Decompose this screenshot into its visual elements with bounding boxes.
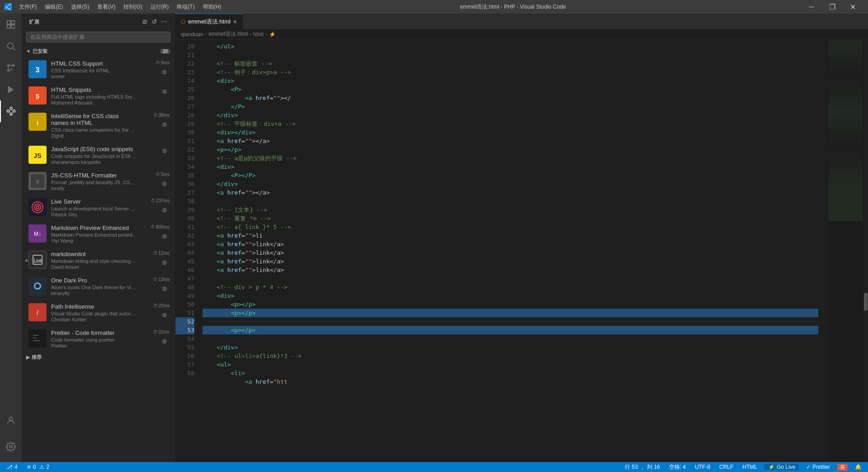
extension-info-js-snippets: JavaScript (ES6) code snippets Code snip… bbox=[51, 146, 138, 165]
right-scrollbar[interactable] bbox=[863, 39, 868, 462]
ext-gear-btn[interactable]: ⚙ bbox=[160, 119, 170, 129]
extension-icon-formatter: {} bbox=[28, 172, 47, 190]
line-col-text: 行 53 bbox=[625, 463, 638, 471]
menu-select[interactable]: 选择(S) bbox=[67, 2, 93, 12]
ext-desc: Code snippets for JavaScript in ES6 synt… bbox=[51, 153, 138, 159]
filter-icon[interactable]: ⊘ bbox=[142, 18, 148, 25]
language-text: HTML bbox=[742, 464, 757, 470]
installed-section-header[interactable]: ▼ 已安装 20 bbox=[22, 46, 175, 57]
extension-item-html-css-support[interactable]: 3 HTML CSS Support CSS Intellisense for … bbox=[22, 57, 175, 83]
menu-view[interactable]: 查看(V) bbox=[94, 2, 119, 12]
status-encoding[interactable]: UTF-8 bbox=[693, 464, 712, 470]
status-notifications[interactable]: 🔔 bbox=[853, 464, 863, 470]
status-prettier[interactable]: ✓ Prettier bbox=[804, 464, 832, 470]
ext-actions: ⏱32ms ⚙ bbox=[138, 329, 170, 346]
activity-account[interactable] bbox=[0, 410, 22, 431]
svg-text:Lint: Lint bbox=[33, 258, 42, 263]
close-button[interactable]: ✕ bbox=[843, 0, 863, 14]
activity-source-control[interactable] bbox=[0, 57, 22, 79]
tab-label: emmet语法.html bbox=[188, 18, 231, 26]
extension-item-live-server[interactable]: Live Server Launch a development local S… bbox=[22, 195, 175, 221]
ext-name: Path Intellisense bbox=[51, 303, 138, 310]
svg-rect-30 bbox=[28, 198, 47, 216]
extension-item-html-snippets[interactable]: 5 HTML Snippets Full HTML tags including… bbox=[22, 83, 175, 109]
svg-point-6 bbox=[8, 65, 9, 67]
menu-terminal[interactable]: 终端(T) bbox=[173, 2, 198, 12]
line-numbers: 2021222324 2526272829 3031323334 3536373… bbox=[175, 39, 198, 462]
editor-content: 2021222324 2526272829 3031323334 3536373… bbox=[175, 39, 868, 462]
menu-goto[interactable]: 转到(G) bbox=[120, 2, 146, 12]
activity-run[interactable] bbox=[0, 79, 22, 100]
ext-name: markdownlint bbox=[51, 251, 138, 257]
ext-gear-btn[interactable]: ⚙ bbox=[160, 231, 170, 241]
encoding-text: UTF-8 bbox=[695, 464, 710, 470]
extension-info-html-css-support: HTML CSS Support CSS Intellisense for HT… bbox=[51, 60, 138, 79]
extension-item-path-intellisense[interactable]: / Path Intellisense Visual Studio Code p… bbox=[22, 300, 175, 326]
ext-author: ecmel bbox=[51, 74, 138, 79]
status-ime[interactable]: 英 bbox=[837, 464, 848, 471]
extension-item-prettier[interactable]: ━━━━━━━━━ Prettier - Code formatter Code… bbox=[22, 326, 175, 352]
minimap bbox=[827, 39, 863, 462]
tab-close-btn[interactable]: × bbox=[233, 18, 237, 25]
menu-edit[interactable]: 编辑(E) bbox=[41, 2, 66, 12]
ext-gear-btn[interactable]: ⚙ bbox=[160, 146, 170, 156]
extension-item-markdownlint[interactable]: ★ Lint markdownlint Markdown linting and… bbox=[22, 247, 175, 273]
menu-run[interactable]: 运行(R) bbox=[147, 2, 173, 12]
editor-scrollbar[interactable] bbox=[823, 39, 827, 462]
activity-search[interactable] bbox=[0, 35, 22, 57]
more-actions-icon[interactable]: ··· bbox=[161, 18, 168, 25]
status-line-ending[interactable]: CRLF bbox=[717, 464, 735, 470]
ime-text: 英 bbox=[840, 464, 845, 471]
ext-author: Mohamed Abusaid bbox=[51, 100, 138, 105]
breadcrumb-symbol[interactable]: ⚡ bbox=[269, 31, 276, 38]
tab-emmet[interactable]: ⬡ emmet语法.html × bbox=[175, 14, 243, 29]
svg-text:━━━━: ━━━━ bbox=[33, 339, 40, 342]
activity-settings[interactable] bbox=[0, 436, 22, 458]
breadcrumb-file[interactable]: emmet语法.html bbox=[208, 30, 248, 38]
ext-gear-btn[interactable]: ⚙ bbox=[160, 179, 170, 189]
extension-item-markdown-preview[interactable]: M↓ Markdown Preview Enhanced Markdown Pr… bbox=[22, 221, 175, 247]
ext-actions: ⏱20ms ⚙ bbox=[138, 303, 170, 320]
status-errors[interactable]: ✕ 0 ⚠ 2 bbox=[25, 464, 51, 470]
activity-explorer[interactable] bbox=[0, 14, 22, 35]
ext-gear-btn[interactable]: ⚙ bbox=[160, 257, 170, 267]
maximize-button[interactable]: ❐ bbox=[822, 0, 843, 14]
breadcrumb-workspace[interactable]: qianduan bbox=[181, 31, 203, 38]
extensions-search-input[interactable] bbox=[26, 32, 170, 43]
recommended-section-header[interactable]: ▶ 推荐 bbox=[22, 352, 175, 362]
extension-info-one-dark-pro: One Dark Pro Atom's iconic One Dark them… bbox=[51, 277, 138, 296]
breadcrumb-section[interactable]: html bbox=[253, 31, 264, 38]
ext-actions: ⏱800ms ⚙ bbox=[138, 224, 170, 241]
refresh-icon[interactable]: ↺ bbox=[151, 18, 157, 25]
activity-extensions[interactable] bbox=[0, 100, 22, 122]
status-go-live[interactable]: ⚡ Go Live bbox=[764, 464, 799, 470]
extension-item-intellisense-css[interactable]: i IntelliSense for CSS class names in HT… bbox=[22, 109, 175, 142]
status-spaces[interactable]: 空格: 4 bbox=[667, 463, 688, 471]
status-branch[interactable]: ⎇ 4 bbox=[5, 464, 19, 470]
code-editor[interactable]: </ul> <!-- 标签嵌套 --> <!-- 例子：div>p>a --> … bbox=[198, 39, 823, 462]
menu-help[interactable]: 帮助(H) bbox=[199, 2, 225, 12]
extension-item-js-snippets[interactable]: JS JavaScript (ES6) code snippets Code s… bbox=[22, 142, 175, 168]
go-live-text: Go Live bbox=[777, 464, 795, 470]
status-line-col[interactable]: 行 53，列 16 bbox=[623, 463, 661, 471]
ext-gear-btn[interactable]: ⚙ bbox=[160, 67, 170, 77]
ext-gear-btn[interactable]: ⚙ bbox=[160, 336, 170, 346]
ext-author: binaryify bbox=[51, 291, 138, 296]
ext-name: HTML Snippets bbox=[51, 86, 138, 93]
minimize-button[interactable]: ─ bbox=[801, 0, 822, 14]
ext-gear-btn[interactable]: ⚙ bbox=[160, 284, 170, 294]
extension-item-one-dark-pro[interactable]: One Dark Pro Atom's iconic One Dark them… bbox=[22, 273, 175, 300]
ext-gear-btn[interactable]: ⚙ bbox=[160, 205, 170, 215]
svg-marker-9 bbox=[8, 86, 14, 94]
sidebar-header-actions: ⊘ ↺ ··· bbox=[142, 18, 168, 25]
extension-icon-one-dark-pro bbox=[28, 277, 47, 295]
menu-file[interactable]: 文件(F) bbox=[15, 2, 40, 12]
extension-item-formatter[interactable]: {} JS-CSS-HTML Formatter Format ,prettif… bbox=[22, 168, 175, 195]
ext-gear-btn[interactable]: ⚙ bbox=[160, 86, 170, 96]
ext-actions: ⏱13ms ⚙ bbox=[138, 277, 170, 294]
installed-label: 已安装 bbox=[33, 48, 47, 55]
svg-rect-10 bbox=[7, 110, 9, 112]
status-language[interactable]: HTML bbox=[741, 464, 759, 470]
ext-gear-btn[interactable]: ⚙ bbox=[160, 310, 170, 320]
chevron-down-icon: ▼ bbox=[26, 49, 31, 54]
